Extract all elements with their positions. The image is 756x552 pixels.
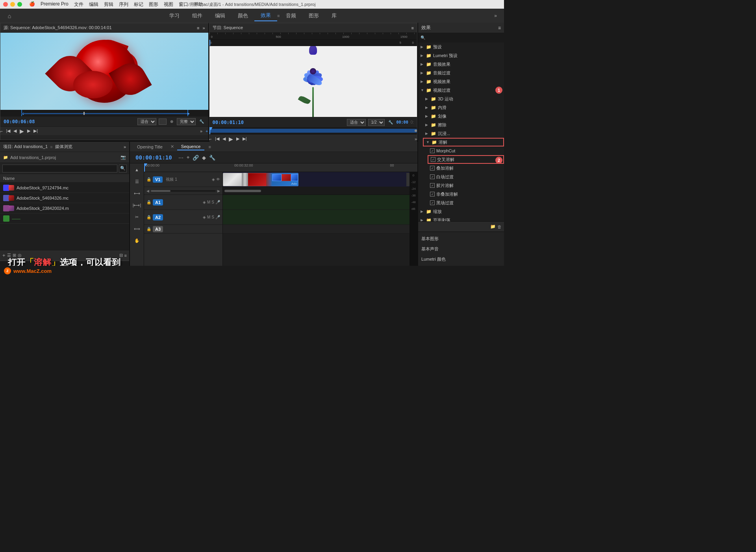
source-add-clip[interactable]: + bbox=[206, 129, 208, 133]
project-search-input[interactable] bbox=[2, 165, 117, 172]
tab-effects[interactable]: 效果 bbox=[254, 10, 277, 21]
black-fade-checkbox[interactable]: ✓ bbox=[430, 200, 435, 205]
snap-tool[interactable]: ⌖ bbox=[187, 154, 189, 161]
transition-marker[interactable] bbox=[242, 173, 248, 186]
a1-lock-icon[interactable]: 🔒 bbox=[146, 200, 151, 204]
track-tool[interactable]: ⋯ bbox=[178, 155, 183, 161]
ripple-edit-tool[interactable]: ⟷ bbox=[132, 189, 142, 198]
v1-eye-icon[interactable]: 👁 bbox=[216, 177, 220, 182]
clip-white-1[interactable] bbox=[223, 173, 243, 186]
morphcut-checkbox[interactable]: ✓ bbox=[430, 148, 435, 153]
more-workspaces[interactable]: » bbox=[491, 11, 500, 20]
a2-sync-btn[interactable]: ◈ bbox=[203, 215, 206, 219]
transition-marker-2[interactable] bbox=[266, 173, 272, 186]
effects-tree-item-dissolve[interactable]: ▼ 📁 溶解 bbox=[423, 138, 504, 146]
tl-tab-menu[interactable]: ≡ bbox=[208, 144, 211, 149]
tab-sequence[interactable]: Sequence bbox=[177, 143, 205, 150]
effects-tree-item-page-peel[interactable]: ▶ 📁 页面剥落 bbox=[418, 216, 504, 221]
program-next-frame[interactable]: ▶ bbox=[236, 136, 239, 141]
track-select-tool[interactable]: ☰ bbox=[132, 177, 142, 186]
track-end-knob[interactable] bbox=[406, 173, 410, 186]
tab-assembly[interactable]: 组件 bbox=[186, 11, 209, 21]
program-menu-icon[interactable]: ≡ bbox=[411, 26, 414, 30]
program-ratio-select[interactable]: 1/2 bbox=[368, 119, 385, 126]
clip-menu[interactable]: 剪辑 bbox=[104, 1, 113, 8]
source-step-back[interactable]: ⊕ bbox=[169, 119, 174, 124]
a1-m-btn[interactable]: M bbox=[207, 200, 210, 204]
project-camera-icon[interactable]: 📷 bbox=[120, 155, 126, 160]
home-button[interactable]: ⌂ bbox=[4, 10, 15, 21]
a2-s-btn[interactable]: S bbox=[211, 215, 214, 219]
effects-tree-item-cross-dissolve[interactable]: ✓ 交叉溶解 2 bbox=[428, 155, 504, 164]
effects-tree-item-white-fade[interactable]: ✓ 白场过渡 bbox=[428, 172, 504, 181]
effects-tree-item-black-fade[interactable]: ✓ 黑场过渡 bbox=[428, 198, 504, 207]
minimize-button[interactable] bbox=[10, 2, 15, 7]
basic-audio-section[interactable]: 基本声音 bbox=[418, 244, 504, 254]
a3-lock-icon[interactable]: 🔒 bbox=[146, 227, 151, 231]
clip-blue[interactable]: Ado bbox=[271, 173, 298, 186]
effects-tree-item-iris[interactable]: ▶ 📁 划像 bbox=[423, 112, 504, 120]
clear-search-icon[interactable]: ≡ bbox=[124, 253, 127, 258]
effects-tree-item-immersive[interactable]: ▶ 📁 沉浸... bbox=[423, 129, 504, 138]
additive-checkbox[interactable]: ✓ bbox=[430, 166, 435, 170]
file-menu[interactable]: 文件 bbox=[74, 1, 83, 8]
selection-tool[interactable]: ▲ bbox=[132, 165, 142, 174]
h-scrollbar[interactable] bbox=[223, 187, 410, 195]
window-menu[interactable]: 窗口 bbox=[179, 1, 188, 8]
program-more-controls[interactable]: » bbox=[415, 137, 417, 141]
v1-sync-btn[interactable]: ◈ bbox=[212, 177, 215, 182]
effects-tree-item-audio-effects[interactable]: ▶ 📁 音频效果 bbox=[418, 60, 504, 69]
a2-lock-icon[interactable]: 🔒 bbox=[146, 215, 151, 219]
effects-tree-item-morphcut[interactable]: ✓ MorphCut bbox=[428, 146, 504, 155]
list-item[interactable]: AdobeStock_54694326.mc bbox=[0, 193, 129, 203]
tl-tab-close[interactable]: ✕ bbox=[170, 144, 174, 149]
source-wrench-icon[interactable]: 🔧 bbox=[198, 119, 205, 124]
apple-menu[interactable]: 🍎 bbox=[29, 1, 35, 8]
source-step-fwd[interactable]: ▶| bbox=[33, 128, 38, 133]
effects-menu-icon[interactable]: ≡ bbox=[498, 25, 501, 31]
program-wrench-icon[interactable]: 🔧 bbox=[387, 120, 394, 125]
edit-menu[interactable]: 编辑 bbox=[89, 1, 98, 8]
add-marker[interactable]: ◆ bbox=[202, 155, 206, 161]
white-fade-checkbox[interactable]: ✓ bbox=[430, 174, 435, 179]
razor-tool[interactable]: ✂ bbox=[132, 212, 142, 222]
basic-graphics-section[interactable]: 基本图形 bbox=[418, 233, 504, 244]
tab-learn[interactable]: 学习 bbox=[163, 11, 186, 21]
lumetri-color-section[interactable]: Lumetri 颜色 bbox=[418, 254, 504, 264]
sequence-menu[interactable]: 序列 bbox=[119, 1, 128, 8]
graphics-menu[interactable]: 图形 bbox=[149, 1, 158, 8]
list-item[interactable]: —— bbox=[0, 213, 129, 224]
source-quality-select[interactable]: 完整 bbox=[177, 118, 196, 125]
tab-color[interactable]: 颜色 bbox=[232, 11, 254, 21]
clip-rose[interactable] bbox=[247, 173, 267, 186]
a2-mic-icon[interactable]: 🎤 bbox=[215, 215, 220, 219]
tab-audio[interactable]: 音频 bbox=[280, 11, 302, 21]
source-menu-icon[interactable]: ≡ bbox=[197, 26, 199, 30]
tab-edit[interactable]: 编辑 bbox=[209, 11, 232, 21]
effects-tree-item-slide[interactable]: ▶ 📁 内滑 bbox=[423, 103, 504, 112]
a1-mic-icon[interactable]: 🎤 bbox=[215, 200, 220, 204]
hand-tool[interactable]: ✋ bbox=[132, 236, 142, 245]
effects-tree-item-wipe[interactable]: ▶ 📁 擦除 bbox=[423, 120, 504, 129]
effects-tree-item-additive-dissolve[interactable]: ✓ 叠加溶解 bbox=[428, 164, 504, 172]
slip-tool[interactable]: ⟺ bbox=[132, 224, 142, 233]
new-folder-icon[interactable]: 📁 bbox=[490, 224, 496, 229]
source-more-controls[interactable]: » bbox=[200, 129, 202, 133]
marker-menu[interactable]: 标记 bbox=[134, 1, 143, 8]
effects-search-input[interactable] bbox=[427, 35, 502, 40]
a1-sync-btn[interactable]: ◈ bbox=[203, 200, 206, 204]
source-mark-in[interactable]: ⌐ bbox=[0, 129, 3, 133]
effects-tree-item-video-trans[interactable]: ▼ 📁 视频过渡 1 bbox=[418, 86, 504, 94]
tab-graphics[interactable]: 图形 bbox=[302, 11, 325, 21]
source-play-btn[interactable]: ▶ bbox=[20, 128, 24, 134]
media-browser-label[interactable]: 媒体浏览 bbox=[55, 144, 72, 150]
program-play-btn[interactable]: ▶ bbox=[229, 136, 233, 142]
film-dissolve-checkbox[interactable]: ✓ bbox=[430, 183, 435, 188]
program-step-back[interactable]: |◀ bbox=[215, 136, 219, 141]
effects-tree-item-presets[interactable]: ▶ 📁 预设 bbox=[418, 43, 504, 51]
source-step-back-1[interactable]: |◀ bbox=[6, 128, 10, 133]
effects-tree-item-film-dissolve[interactable]: ✓ 胶片溶解 bbox=[428, 181, 504, 190]
rolling-edit-tool[interactable]: |⟷| bbox=[132, 200, 142, 210]
program-prev-frame[interactable]: ◀ bbox=[222, 136, 226, 141]
new-bin-icon[interactable]: + bbox=[2, 252, 6, 258]
